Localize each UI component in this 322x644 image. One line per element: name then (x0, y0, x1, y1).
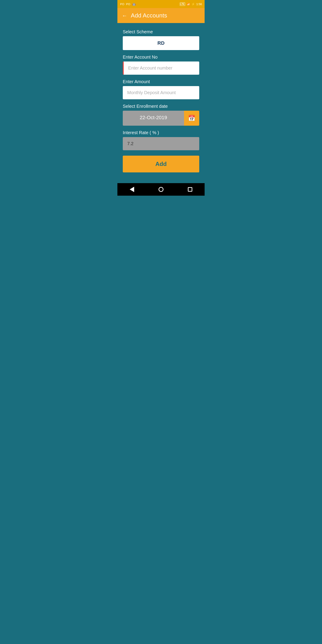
app-bar: ← Add Accounts (118, 8, 204, 23)
interest-rate-field-group: Interest Rate ( % ) 7.2 (123, 130, 199, 150)
enrollment-date-field-group: Select Enrollment date 22-Oct-2019 📅 (123, 104, 199, 126)
account-no-field-group: Enter Account No (123, 54, 199, 75)
battery-icon: ⚡ (192, 2, 195, 6)
scheme-selector[interactable]: RD (123, 36, 199, 50)
signal-icon: 📶 (186, 2, 190, 6)
home-nav-icon (158, 187, 164, 192)
status-po1: PO (120, 2, 124, 6)
status-po2: PO (126, 2, 130, 6)
enter-amount-label: Enter Amount (123, 79, 199, 84)
nav-home-button[interactable] (158, 187, 164, 192)
enrollment-date-display: 22-Oct-2019 (123, 111, 184, 126)
status-left: PO PO 🤖 (120, 2, 136, 6)
main-content: Select Scheme RD Enter Account No Enter … (118, 23, 204, 183)
bottom-nav (118, 183, 204, 196)
interest-rate-display: 7.2 (123, 137, 199, 150)
status-robot-icon: 🤖 (132, 2, 136, 6)
interest-rate-label: Interest Rate ( % ) (123, 130, 199, 135)
scheme-field-group: Select Scheme RD (123, 29, 199, 50)
date-picker-button[interactable]: 📅 (184, 111, 199, 126)
back-nav-icon (130, 187, 134, 192)
enrollment-date-label: Select Enrollment date (123, 104, 199, 109)
recents-nav-icon (188, 187, 192, 192)
select-scheme-label: Select Scheme (123, 29, 199, 34)
amount-field-group: Enter Amount (123, 79, 199, 99)
status-bar: PO PO 🤖 LTE 📶 ⚡ 1:56 (118, 0, 204, 8)
status-right: LTE 📶 ⚡ 1:56 (180, 2, 202, 6)
amount-input[interactable] (123, 86, 199, 99)
lte-icon: LTE (180, 2, 185, 6)
add-button[interactable]: Add (123, 156, 199, 172)
nav-recents-button[interactable] (188, 187, 192, 192)
calendar-icon: 📅 (188, 115, 195, 122)
date-picker-row: 22-Oct-2019 📅 (123, 111, 199, 126)
account-no-input[interactable] (123, 62, 199, 75)
account-no-label: Enter Account No (123, 54, 199, 60)
time-display: 1:56 (196, 2, 202, 6)
page-title: Add Accounts (131, 12, 167, 19)
back-button[interactable]: ← (122, 13, 127, 18)
nav-back-button[interactable] (130, 187, 134, 192)
